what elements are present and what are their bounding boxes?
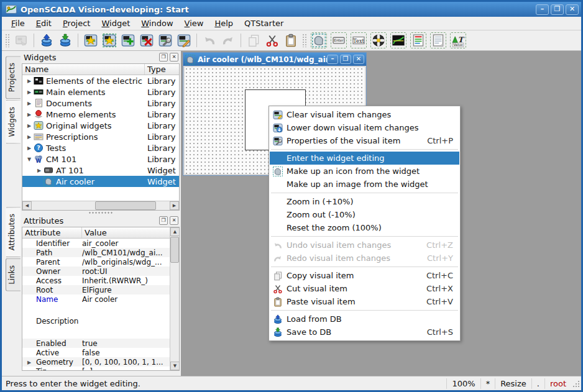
context-menu-item-lower-down-visual-item-changes[interactable]: Lower down visual item changes	[270, 121, 459, 134]
expander-icon[interactable]: ▶	[25, 78, 34, 84]
attribute-row[interactable]: Description	[22, 312, 179, 330]
context-menu-item-enter-the-widget-editing[interactable]: Enter the widget editing	[270, 152, 459, 165]
cut-icon[interactable]	[264, 32, 280, 48]
expander-icon[interactable]: ▼	[25, 157, 34, 162]
protocol-icon[interactable]	[410, 32, 426, 48]
diagram-icon[interactable]	[390, 32, 406, 48]
tree-row[interactable]: ▶Original widgetsLibrary	[22, 120, 179, 131]
tree-row[interactable]: ▶Mnemo elementsLibrary	[22, 109, 179, 120]
tree-row[interactable]: ▼WCM 101Library	[22, 153, 179, 165]
attribute-value[interactable]: [0, 0, 100, 100, 1, 1...	[82, 358, 179, 367]
visual-item-properties-icon[interactable]	[157, 32, 173, 48]
add-visual-item-icon[interactable]	[120, 32, 136, 48]
context-menu-item-clear-visual-item-changes[interactable]: Clear visual item changes	[270, 108, 459, 121]
tree-row[interactable]: ▶Elements of the electricLibrary	[22, 75, 179, 86]
scroll-right-button[interactable]: ▶	[170, 201, 179, 210]
minimize-button[interactable]: –	[327, 55, 338, 64]
context-menu-item-zoom-out-10[interactable]: Zoom out (-10%)	[270, 208, 459, 221]
menubar-item-file[interactable]: File	[6, 17, 30, 29]
attribute-value[interactable]: air_cooler	[82, 239, 179, 248]
expander-icon[interactable]: ▶	[27, 368, 31, 371]
tree-row[interactable]: ▶PrescriptionsLibrary	[22, 131, 179, 142]
tree-row[interactable]: Air coolerWidget	[22, 176, 179, 187]
attributes-dock-close-button[interactable]: ✕	[170, 216, 178, 225]
minimize-button[interactable]: –	[536, 4, 549, 15]
expander-icon[interactable]: ▶	[25, 134, 34, 140]
attribute-value[interactable]: Inherit.(RWRWR_)	[82, 276, 179, 285]
expander-icon[interactable]: ▶	[25, 112, 34, 117]
context-menu-item-paste-visual-item[interactable]: Paste visual itemCtrl+V	[270, 295, 459, 308]
menubar-item-help[interactable]: Help	[209, 17, 239, 29]
scroll-up-button[interactable]: ▲	[170, 227, 180, 236]
expander-icon[interactable]: ▶	[27, 359, 31, 365]
attribute-row[interactable]: AccessInherit.(RWRWR_)	[22, 276, 179, 285]
attribute-row[interactable]: NameAir cooler	[22, 294, 179, 304]
maximize-button[interactable]: ❒	[340, 55, 351, 64]
menubar-item-widget[interactable]: Widget	[96, 17, 135, 29]
attribute-value[interactable]: /wlb_originals/wdg_...	[82, 258, 179, 267]
context-menu-item-make-up-an-image-from-the-widget[interactable]: Make up an image from the widget	[270, 178, 459, 191]
close-button[interactable]: ✕	[566, 4, 579, 15]
save-to-db-icon[interactable]	[57, 32, 73, 48]
tab-widgets[interactable]: Widgets	[6, 100, 21, 144]
tab-projects[interactable]: Projects	[6, 56, 21, 99]
widgets-tree-hscrollbar[interactable]: ◀ ▶	[22, 201, 179, 210]
attribute-value[interactable]: true	[82, 339, 179, 348]
menubar-item-window[interactable]: Window	[135, 17, 178, 29]
scroll-track[interactable]	[32, 201, 170, 210]
tree-row[interactable]: ▶AT 101Widget	[22, 165, 179, 176]
attribute-row[interactable]: Parent/wlb_originals/wdg_...	[22, 257, 179, 267]
attribute-value[interactable]: Air cooler	[82, 295, 179, 304]
tab-links[interactable]: Links	[6, 258, 21, 291]
column-header-type[interactable]: Type	[145, 64, 179, 75]
scroll-thumb[interactable]	[170, 237, 179, 263]
titlebar[interactable]: OpenSCADA Vision-developing: Start –❒✕	[2, 2, 581, 17]
expander-icon[interactable]: ▶	[25, 89, 34, 95]
column-header-attribute[interactable]: Attribute	[22, 227, 82, 238]
column-header-name[interactable]: Name	[22, 64, 145, 75]
attribute-row[interactable]: Activefalse	[22, 348, 179, 357]
attribute-row[interactable]: Path/wlb_CM101/wdg_ai...	[22, 248, 179, 257]
widgets-dock-close-button[interactable]: ✕	[170, 53, 178, 62]
tree-row[interactable]: ▶Main elementsLibrary	[22, 86, 179, 98]
elfigure-icon[interactable]	[311, 32, 327, 48]
expander-icon[interactable]: ▶	[25, 145, 34, 151]
context-menu-item-cut-visual-item[interactable]: Cut visual itemCtrl+X	[270, 282, 459, 295]
attributes-dock-float-button[interactable]: ❐	[159, 216, 168, 225]
attribute-row[interactable]: RootElFigure	[22, 285, 179, 294]
tree-row[interactable]: ▶DocumentsLibrary	[22, 98, 179, 109]
delete-visual-item-icon[interactable]	[139, 32, 155, 48]
status-user[interactable]: root	[544, 378, 571, 389]
menubar-item-qtstarter[interactable]: QTStarter	[239, 17, 289, 29]
widgets-dock-float-button[interactable]: ❐	[159, 53, 168, 62]
toolbar-handle[interactable]	[302, 34, 307, 47]
menubar-item-edit[interactable]: Edit	[30, 17, 57, 29]
attribute-value[interactable]: [, ]	[82, 367, 179, 371]
tab-attributes[interactable]: Attributes	[6, 207, 21, 257]
attribute-value[interactable]: ElFigure	[82, 286, 179, 294]
new-widget-library-icon[interactable]	[83, 32, 99, 48]
document-icon[interactable]	[430, 32, 446, 48]
toolbar-handle[interactable]	[5, 34, 10, 47]
attributes-vscrollbar[interactable]: ▲ ▼	[170, 227, 179, 370]
attribute-value[interactable]: false	[82, 349, 179, 357]
attribute-row[interactable]: Identifierair_cooler	[22, 239, 179, 248]
column-header-value[interactable]: Value	[82, 227, 179, 238]
expander-icon[interactable]: ▶	[35, 168, 44, 173]
tree-row[interactable]: ▶?TestsLibrary	[22, 142, 179, 153]
attribute-value[interactable]: root:UI	[82, 267, 179, 276]
context-menu-item-load-from-db[interactable]: Load from DB	[270, 312, 459, 326]
menubar-item-project[interactable]: Project	[57, 17, 96, 29]
attribute-row[interactable]: Ownerroot:UI	[22, 267, 179, 276]
text-icon[interactable]: Text	[351, 32, 367, 48]
menubar-item-view[interactable]: View	[179, 17, 209, 29]
context-menu-item-zoom-in-10[interactable]: Zoom in (+10%)	[270, 195, 459, 208]
context-menu-item-reset-the-zoom-100[interactable]: Reset the zoom (100%)	[270, 221, 459, 234]
scroll-down-button[interactable]: ▼	[170, 362, 180, 370]
attribute-row[interactable]: Enabledtrue	[22, 339, 179, 348]
scroll-thumb[interactable]	[95, 201, 156, 210]
mdi-titlebar[interactable]: Air cooler (/wlb_CM101/wdg_air... –❒✕	[183, 53, 366, 66]
attribute-row[interactable]: ▶Geometry[0, 0, 100, 100, 1, 1...	[22, 357, 179, 367]
new-container-widget-icon[interactable]	[101, 32, 117, 48]
maximize-button[interactable]: ❒	[551, 4, 564, 15]
